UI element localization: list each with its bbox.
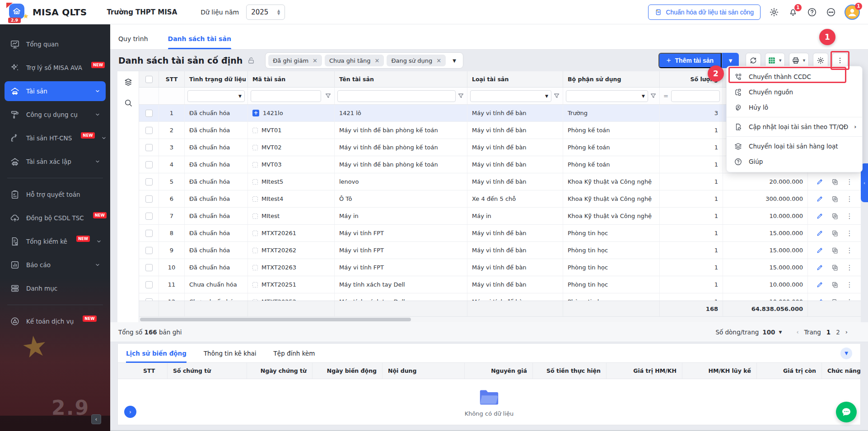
tab-asset-list[interactable]: Danh sách tài sản — [168, 35, 231, 49]
horizontal-scrollbar[interactable] — [139, 317, 861, 322]
row-checkbox[interactable] — [145, 110, 153, 117]
print-dropdown-caret[interactable]: ▼ — [802, 58, 806, 63]
filter-chip[interactable]: Đã ghi giảm ✕ — [268, 55, 322, 66]
duplicate-icon[interactable] — [831, 281, 839, 288]
remove-chip-icon[interactable]: ✕ — [313, 57, 317, 64]
edit-icon[interactable] — [816, 298, 824, 301]
menu-item-convert-to-ccdc[interactable]: Chuyển thành CCDC — [727, 69, 862, 84]
duplicate-icon[interactable] — [831, 230, 839, 237]
funnel-filter-icon[interactable] — [650, 93, 657, 99]
row-more-icon[interactable]: ⋮ — [846, 246, 853, 255]
duplicate-icon[interactable] — [831, 298, 839, 301]
status-filter-select[interactable]: ▼ — [187, 90, 245, 102]
header-name[interactable]: Tên tài sản — [335, 71, 467, 87]
sidebar-item-tools[interactable]: Công cụ dụng cụ — [5, 105, 106, 125]
tab-process[interactable]: Quy trình — [118, 35, 148, 49]
table-row[interactable]: 11 Chưa chuẩn hóa MTXT20251 Máy tính xác… — [139, 276, 861, 293]
data-year-select[interactable]: 2025 ▲▼ — [246, 5, 285, 20]
standardize-public-assets-button[interactable]: Chuẩn hóa dữ liệu tài sản công — [648, 5, 761, 20]
quantity-filter-input[interactable] — [671, 90, 720, 102]
filter-chip[interactable]: Đang sử dụng ✕ — [387, 55, 446, 66]
sidebar-item-misa-ava[interactable]: Trợ lý số MISA AVA NEW — [5, 58, 106, 78]
sidebar-item-accounting-service[interactable]: Kế toán dịch vụ NEW — [5, 311, 106, 331]
row-more-icon[interactable]: ⋮ — [846, 195, 853, 203]
sidebar-item-sync-csdl-tsc[interactable]: Đồng bộ CSDL TSC NEW — [5, 208, 106, 228]
edit-icon[interactable] — [816, 264, 824, 271]
sidebar-item-inventory[interactable]: Tổng kiểm kê NEW — [5, 232, 106, 251]
sidebar-item-catalog[interactable]: Danh mục — [5, 278, 106, 298]
type-filter-select[interactable]: ▼ — [470, 90, 551, 102]
sidebar-collapse-button[interactable]: ‹ — [91, 414, 101, 424]
header-status[interactable]: Tình trạng dữ liệu — [185, 71, 248, 87]
previous-page-icon[interactable]: ‹ — [796, 329, 798, 335]
row-more-icon[interactable]: ⋮ — [846, 178, 853, 186]
sidebar-item-reports[interactable]: Báo cáo — [5, 255, 106, 275]
rows-per-page-control[interactable]: Số dòng/trang 100 ▼ — [715, 329, 782, 336]
duplicate-icon[interactable] — [831, 195, 839, 203]
funnel-filter-icon[interactable] — [553, 93, 560, 99]
equals-operator[interactable]: = — [663, 93, 669, 99]
row-checkbox[interactable] — [145, 247, 153, 254]
table-row[interactable]: 12 Chưa chuẩn hóa MTXT20252 Máy tính xác… — [139, 293, 861, 301]
row-checkbox[interactable] — [145, 213, 153, 220]
code-filter-input[interactable] — [251, 90, 321, 102]
row-more-icon[interactable]: ⋮ — [846, 264, 853, 272]
help-icon[interactable] — [807, 7, 817, 18]
row-more-icon[interactable]: ⋮ — [846, 229, 853, 237]
edit-icon[interactable] — [816, 246, 824, 254]
horizontal-scrollbar-thumb[interactable] — [140, 318, 411, 321]
menu-item-cancel-lot[interactable]: Hủy lô — [727, 100, 862, 115]
department-filter-select[interactable]: ▼ — [566, 90, 648, 102]
funnel-filter-icon[interactable] — [325, 93, 331, 99]
row-more-icon[interactable]: ⋮ — [846, 298, 853, 301]
page-number[interactable]: 2 — [836, 329, 840, 336]
tab-declaration-info[interactable]: Thông tin kê khai — [204, 344, 257, 362]
header-code[interactable]: Mã tài sản — [248, 71, 335, 87]
edit-icon[interactable] — [816, 212, 824, 220]
header-type[interactable]: Loại tài sản — [467, 71, 563, 87]
table-row[interactable]: 6 Đã chuẩn hóa MItest4 Ô Tô Xe 4 đến 5 c… — [139, 190, 861, 208]
row-checkbox[interactable] — [145, 195, 153, 203]
sidebar-item-overview[interactable]: Tổng quan — [5, 34, 106, 54]
remove-chip-icon[interactable]: ✕ — [374, 57, 379, 64]
sidebar-item-ht-cns-assets[interactable]: Tài sản HT-CNS NEW — [5, 128, 106, 148]
menu-item-transfer-source[interactable]: Chuyển nguồn — [727, 84, 862, 100]
duplicate-icon[interactable] — [831, 264, 839, 271]
row-more-icon[interactable]: ⋮ — [846, 281, 853, 289]
table-row[interactable]: 8 Đã chuẩn hóa MTXT20261 Máy vi tính FPT… — [139, 225, 861, 242]
tab-movement-history[interactable]: Lịch sử biến động — [126, 344, 187, 362]
edit-icon[interactable] — [816, 178, 824, 185]
row-more-icon[interactable]: ⋮ — [846, 212, 853, 220]
row-checkbox[interactable] — [145, 178, 153, 185]
next-page-icon[interactable]: › — [845, 329, 848, 335]
sidebar-item-settlement-support[interactable]: Hỗ trợ quyết toán — [5, 185, 106, 204]
row-checkbox[interactable] — [145, 281, 153, 288]
expand-row-icon[interactable]: + — [252, 110, 259, 116]
tab-attachments[interactable]: Tệp đính kèm — [274, 344, 315, 362]
row-checkbox[interactable] — [145, 230, 153, 237]
table-row[interactable]: 10 Đã chuẩn hóa MTXT20263 Máy vi tính FP… — [139, 259, 861, 276]
menu-item-update-asset-type[interactable]: Cập nhật loại tài sản theo TT/QĐ › — [727, 119, 862, 134]
row-checkbox[interactable] — [145, 264, 153, 271]
header-stt[interactable]: STT — [159, 71, 185, 87]
edit-icon[interactable] — [816, 281, 824, 288]
more-options-icon[interactable] — [826, 7, 836, 18]
user-avatar[interactable]: 1 — [845, 5, 860, 20]
table-row[interactable]: 7 Đã chuẩn hóa MItest Máy in Máy in Khoa… — [139, 208, 861, 225]
settings-gear-icon[interactable] — [769, 7, 779, 18]
excel-dropdown-caret[interactable]: ▼ — [778, 58, 782, 63]
layers-icon[interactable] — [124, 78, 133, 87]
collapse-panel-button[interactable]: ▼ — [840, 348, 852, 359]
duplicate-icon[interactable] — [831, 178, 839, 185]
sidebar-item-established-assets[interactable]: Tài sản xác lập — [5, 152, 106, 171]
edit-icon[interactable] — [816, 195, 824, 203]
table-row[interactable]: 9 Đã chuẩn hóa MTXT20262 Máy vi tính FPT… — [139, 242, 861, 259]
page-number[interactable]: 1 — [826, 329, 831, 336]
chip-dropdown-caret-icon[interactable]: ▼ — [448, 58, 460, 63]
duplicate-icon[interactable] — [831, 247, 839, 254]
sidebar-item-assets[interactable]: Tài sản — [5, 81, 106, 101]
year-stepper-icon[interactable]: ▲▼ — [277, 9, 280, 15]
select-all-checkbox[interactable] — [145, 76, 153, 83]
edit-icon[interactable] — [816, 229, 824, 237]
menu-item-help[interactable]: Giúp — [727, 154, 862, 169]
